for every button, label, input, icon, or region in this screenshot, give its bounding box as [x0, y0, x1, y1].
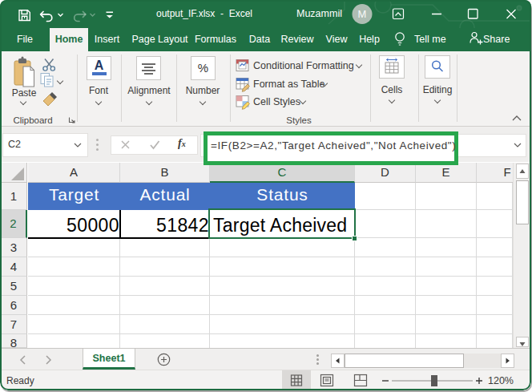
svg-text:M: M	[358, 8, 367, 20]
